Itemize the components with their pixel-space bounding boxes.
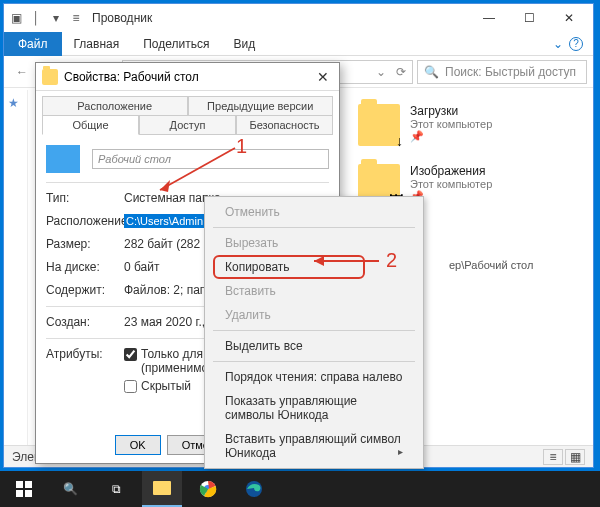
menu-show-unicode[interactable]: Показать управляющие символы Юникода: [207, 389, 421, 427]
search-box[interactable]: 🔍 Поиск: Быстрый доступ: [417, 60, 587, 84]
path-snippet: ер\Рабочий стол: [449, 259, 533, 271]
qat-item-icon[interactable]: ≡: [68, 10, 84, 26]
maximize-button[interactable]: ☐: [509, 4, 549, 32]
back-button[interactable]: ←: [10, 60, 34, 84]
tab-previous-versions[interactable]: Предыдущие версии: [188, 96, 334, 115]
view-large-button[interactable]: ▦: [565, 449, 585, 465]
taskbar: 🔍 ⧉: [0, 471, 600, 507]
svg-rect-6: [16, 490, 23, 497]
dialog-title: Свойства: Рабочий стол: [64, 70, 199, 84]
ribbon-expand-icon[interactable]: ⌄: [553, 37, 563, 51]
search-placeholder: Поиск: Быстрый доступ: [445, 65, 576, 79]
item-sub: Этот компьютер: [410, 118, 492, 130]
menu-paste[interactable]: Вставить: [207, 279, 421, 303]
taskview-button[interactable]: ⧉: [96, 471, 136, 507]
tab-sharing[interactable]: Доступ: [139, 115, 236, 135]
menu-select-all[interactable]: Выделить все: [207, 334, 421, 358]
item-name: Изображения: [410, 164, 492, 178]
pin-icon: 📌: [410, 130, 492, 143]
refresh-icon[interactable]: ⟳: [396, 65, 406, 79]
folder-large-icon: [46, 145, 80, 173]
folder-icon: ▣: [8, 10, 24, 26]
qat-dropdown-icon[interactable]: ▾: [48, 10, 64, 26]
tab-location[interactable]: Расположение: [42, 96, 188, 115]
item-sub: Этот компьютер: [410, 178, 492, 190]
tab-view[interactable]: Вид: [221, 33, 267, 55]
minimize-button[interactable]: ―: [469, 4, 509, 32]
qat-sep: │: [28, 10, 44, 26]
edge-task-button[interactable]: [234, 471, 274, 507]
quick-star-icon: ★: [8, 96, 19, 110]
ribbon-tabs: Файл Главная Поделиться Вид ⌄ ?: [4, 32, 593, 56]
svg-rect-7: [25, 490, 32, 497]
search-icon: 🔍: [424, 65, 439, 79]
explorer-titlebar: ▣ │ ▾ ≡ Проводник ― ☐ ✕: [4, 4, 593, 32]
close-icon[interactable]: ✕: [313, 69, 333, 85]
dialog-titlebar[interactable]: Свойства: Рабочий стол ✕: [36, 63, 339, 91]
tab-home[interactable]: Главная: [62, 33, 132, 55]
location-selected[interactable]: C:\Users\Admin: [124, 214, 205, 228]
menu-cut[interactable]: Вырезать: [207, 231, 421, 255]
folder-icon: [42, 69, 58, 85]
tab-share[interactable]: Поделиться: [131, 33, 221, 55]
menu-undo[interactable]: Отменить: [207, 200, 421, 224]
menu-delete[interactable]: Удалить: [207, 303, 421, 327]
name-field[interactable]: Рабочий стол: [92, 149, 329, 169]
view-details-button[interactable]: ≡: [543, 449, 563, 465]
menu-copy[interactable]: Копировать: [207, 255, 421, 279]
menu-insert-unicode[interactable]: Вставить управляющий символ Юникода: [207, 427, 421, 465]
item-name: Загрузки: [410, 104, 492, 118]
close-button[interactable]: ✕: [549, 4, 589, 32]
explorer-task-button[interactable]: [142, 471, 182, 507]
svg-rect-5: [25, 481, 32, 488]
svg-rect-4: [16, 481, 23, 488]
help-icon[interactable]: ?: [569, 37, 583, 51]
context-menu: Отменить Вырезать Копировать Вставить Уд…: [204, 196, 424, 469]
chrome-task-button[interactable]: [188, 471, 228, 507]
folder-icon: ↓: [358, 104, 400, 146]
window-title: Проводник: [92, 11, 152, 25]
ok-button[interactable]: OK: [115, 435, 161, 455]
tab-general[interactable]: Общие: [42, 115, 139, 135]
search-task-button[interactable]: 🔍: [50, 471, 90, 507]
start-button[interactable]: [4, 471, 44, 507]
tab-file[interactable]: Файл: [4, 32, 62, 56]
tab-security[interactable]: Безопасность: [236, 115, 333, 135]
menu-rtl[interactable]: Порядок чтения: справа налево: [207, 365, 421, 389]
list-item[interactable]: ↓ Загрузки Этот компьютер 📌: [358, 104, 583, 146]
nav-pane[interactable]: ★: [4, 90, 28, 445]
